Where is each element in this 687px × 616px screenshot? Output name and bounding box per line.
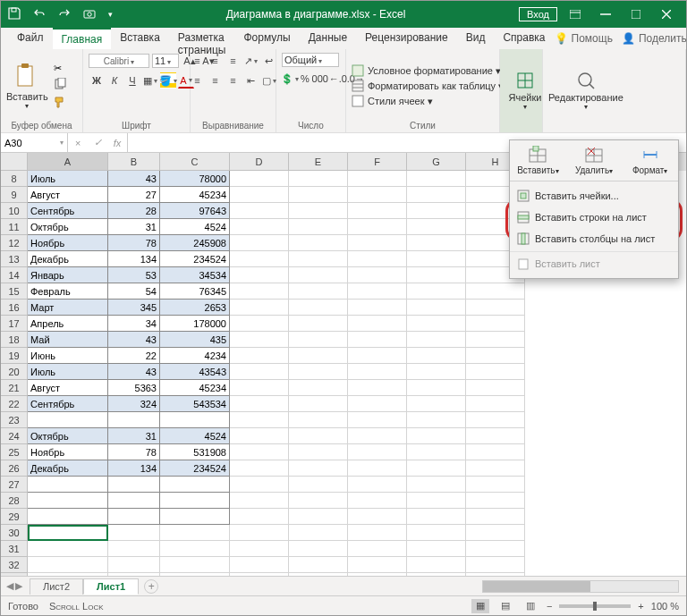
cell[interactable]: 97643 [160,203,230,219]
cell[interactable] [108,541,160,557]
row-header[interactable]: 10 [1,203,28,219]
row-header[interactable]: 26 [1,460,28,477]
cell[interactable]: Декабрь [28,460,108,477]
horizontal-scrollbar[interactable] [482,580,679,593]
cell[interactable] [289,235,348,251]
cell[interactable]: Август [28,380,108,396]
align-bottom-icon[interactable]: ≡ [225,53,242,69]
cell[interactable]: Август [28,187,108,203]
cell[interactable]: 134 [108,251,160,267]
sheet-tab[interactable]: Лист1 [83,578,139,595]
cell[interactable] [230,460,289,477]
bold-icon[interactable]: Ж [89,72,105,89]
cell[interactable]: 43 [108,332,160,348]
cell[interactable]: 543534 [160,396,230,412]
cell[interactable] [466,460,525,477]
row-header[interactable]: 17 [1,316,28,332]
cell[interactable] [407,267,466,283]
cell[interactable]: 345 [108,300,160,316]
view-page-layout-icon[interactable]: ▤ [496,599,514,613]
cell[interactable] [407,444,466,460]
cell[interactable]: 31 [108,219,160,235]
cell[interactable]: 234524 [160,460,230,477]
cell[interactable] [407,300,466,316]
cell[interactable] [230,300,289,316]
cell[interactable] [348,267,407,283]
sheet-nav-next-icon[interactable]: ▶ [15,580,22,592]
cell[interactable] [230,380,289,396]
camera-icon[interactable] [83,7,96,21]
cell[interactable] [230,283,289,300]
cell[interactable] [348,171,407,187]
row-header[interactable]: 20 [1,364,28,380]
cell[interactable]: 4524 [160,219,230,235]
cell[interactable] [348,203,407,219]
cell[interactable] [466,380,525,396]
popup-insert-button[interactable]: Вставить▾ [510,140,566,181]
row-header[interactable]: 18 [1,332,28,348]
cell[interactable]: 234524 [160,251,230,267]
format-as-table-button[interactable]: Форматировать как таблицу ▾ [352,80,504,92]
row-header[interactable]: 8 [1,171,28,187]
cell[interactable] [407,460,466,477]
row-header[interactable]: 27 [1,477,28,493]
cell[interactable] [466,396,525,412]
cells-group-button[interactable]: Ячейки▾ [505,71,545,111]
cell[interactable]: 34 [108,316,160,332]
orientation-icon[interactable]: ↗ [243,53,259,69]
cell[interactable] [407,364,466,380]
cell[interactable]: Сентябрь [28,396,108,412]
cell[interactable]: 78000 [160,171,230,187]
row-header[interactable]: 29 [1,509,28,525]
cell[interactable] [466,428,525,444]
cell[interactable]: 27 [108,187,160,203]
cell[interactable] [407,283,466,300]
align-right-icon[interactable]: ≡ [225,72,242,89]
cell[interactable]: Март [28,300,108,316]
add-sheet-button[interactable]: + [144,579,158,594]
cell[interactable]: 43543 [160,364,230,380]
comma-icon[interactable]: 000 [312,71,328,87]
cell[interactable] [289,251,348,267]
cell[interactable]: Апрель [28,316,108,332]
cell[interactable]: Июль [28,171,108,187]
cell[interactable] [466,283,525,300]
cell[interactable] [289,541,348,557]
name-box[interactable]: A30▾ [1,133,68,152]
col-header-E[interactable]: E [289,153,348,171]
col-header-C[interactable]: C [160,153,230,171]
cell[interactable] [407,493,466,509]
cell[interactable] [348,332,407,348]
col-header-F[interactable]: F [348,153,407,171]
cell[interactable] [466,493,525,509]
cell[interactable] [108,509,160,525]
cell[interactable]: 245908 [160,235,230,251]
cell[interactable] [407,235,466,251]
cell[interactable]: 2653 [160,300,230,316]
font-size-select[interactable]: 11 [152,54,179,68]
cell[interactable] [230,428,289,444]
cell[interactable] [466,444,525,460]
cell[interactable] [348,300,407,316]
cell[interactable]: 34534 [160,267,230,283]
underline-icon[interactable]: Ч [124,72,140,89]
cell[interactable] [230,444,289,460]
cell[interactable] [289,283,348,300]
cell[interactable] [348,557,407,573]
cell[interactable] [348,316,407,332]
cell[interactable] [348,235,407,251]
cell[interactable] [230,267,289,283]
format-painter-icon[interactable] [54,96,66,110]
zoom-slider[interactable] [559,604,631,608]
number-format-select[interactable]: Общий [282,53,339,67]
align-left-icon[interactable]: ≡ [190,72,206,89]
cell[interactable] [108,525,160,541]
cell[interactable] [28,541,108,557]
border-icon[interactable]: ▦ [142,72,158,89]
cell[interactable]: Октябрь [28,219,108,235]
cell[interactable] [348,525,407,541]
cell[interactable] [407,477,466,493]
menu-insert-sheet[interactable]: Вставить лист [510,251,678,274]
cell[interactable] [230,541,289,557]
merge-icon[interactable]: ▢ [261,72,277,89]
